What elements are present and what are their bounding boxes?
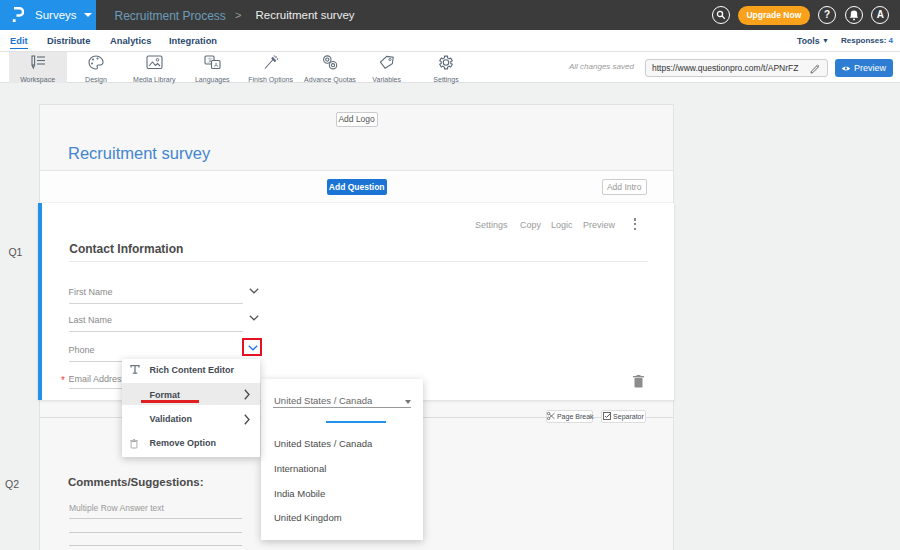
svg-text:A: A [214, 62, 218, 68]
